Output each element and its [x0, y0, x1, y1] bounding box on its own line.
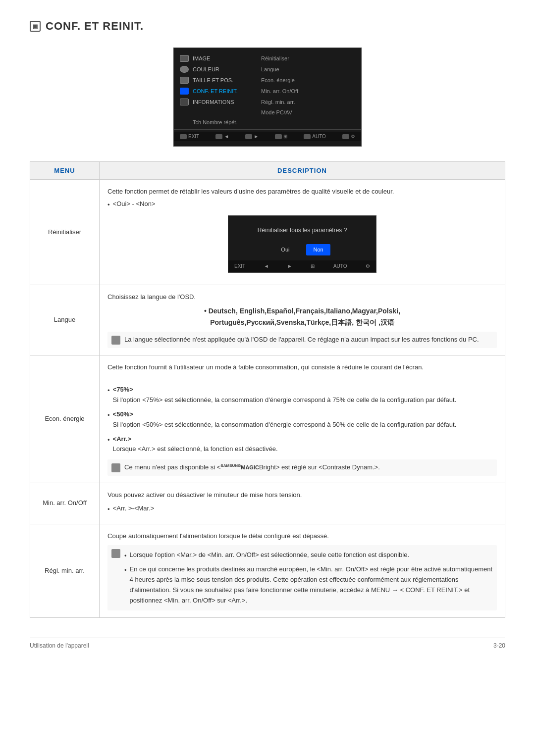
- langue-note-text: La langue sélectionnée n'est appliquée q…: [124, 335, 479, 345]
- osd-row-image: IMAGE Réinitialiser: [174, 53, 361, 64]
- osd-label-taille: TAILLE ET POS.: [193, 77, 257, 83]
- desc-cell-reinitialiser: Cette fonction permet de rétablir les va…: [100, 180, 505, 285]
- image-icon: [180, 55, 189, 62]
- regl-note-row-1: • Lorsque l'option <Mar.> de <Min. arr. …: [107, 545, 497, 610]
- main-table: MENU DESCRIPTION Réinitialiser Cette fon…: [30, 161, 505, 618]
- note-icon-regl: [111, 549, 120, 558]
- bullet-icon-1: •: [107, 200, 110, 210]
- reinit-option-oui-non: • <Oui> - <Non>: [107, 199, 497, 210]
- econ-option-75: • <75%> Si l'option <75%> est sélectionn…: [107, 385, 497, 405]
- dialog-screenshot: Réinitialiser tous les paramètres ? Oui …: [107, 215, 497, 273]
- econ-note-row: Ce menu n'est pas disponible si <SAMSUNG…: [107, 459, 497, 476]
- table-row-reinitialiser: Réinitialiser Cette fonction permet de r…: [30, 180, 505, 285]
- osd-label-couleur: COULEUR: [193, 66, 257, 72]
- regl-intro: Coupe automatiquement l'alimentation lor…: [107, 531, 497, 542]
- bullet-regl-1: •: [124, 551, 127, 561]
- dialog-bottom-bar: EXIT ◄ ► ⊞ AUTO ⚙: [228, 260, 376, 272]
- footer-left: Utilisation de l'appareil: [30, 642, 89, 649]
- econ-75-label: <75%>: [113, 386, 133, 393]
- osd-label-conf: CONF. ET REINIT.: [193, 88, 257, 94]
- langue-intro: Choisissez la langue de l'OSD.: [107, 292, 497, 302]
- taille-icon: [180, 77, 189, 84]
- bullet-icon-minarr: •: [107, 504, 110, 515]
- table-row-regl-minarr: Régl. min. arr. Coupe automatiquement l'…: [30, 524, 505, 618]
- exit-icon: [180, 134, 187, 139]
- note-icon-econ: [111, 463, 120, 472]
- desc-cell-minarr-onoff: Vous pouvez activer ou désactiver le min…: [100, 483, 505, 524]
- footer-right: 3-20: [493, 642, 505, 649]
- menu-cell-reinitialiser: Réinitialiser: [30, 180, 100, 285]
- desc-cell-langue: Choisissez la langue de l'OSD. • Deutsch…: [100, 285, 505, 355]
- page-title-container: ▣ CONF. ET REINIT.: [30, 20, 505, 33]
- osd-right-options: Réinitialiser: [261, 55, 355, 61]
- table-row-econ-energie: Econ. énergie Cette fonction fournit à l…: [30, 355, 505, 483]
- settings-icon: [342, 134, 349, 139]
- info-icon: [180, 99, 189, 105]
- magic-brand: SAMSUNGMAGIC: [220, 464, 259, 470]
- osd-row-conf: CONF. ET REINIT. Min. arr. On/Off: [174, 86, 361, 97]
- minarr-onoff-intro: Vous pouvez activer ou désactiver le min…: [107, 490, 497, 501]
- econ-50-detail: Si l'option <50%> est sélectionnée, la c…: [113, 421, 457, 428]
- osd-option-regl: Régl. min. arr.: [261, 99, 355, 105]
- desc-cell-econ: Cette fonction fournit à l'utilisateur u…: [100, 355, 505, 483]
- regl-note-1-text: Lorsque l'option <Mar.> de <Min. arr. On…: [130, 550, 409, 560]
- osd-row-couleur: COULEUR Langue: [174, 64, 361, 75]
- confirm-icon: [275, 134, 282, 139]
- couleur-icon: [180, 66, 189, 73]
- minarr-option-text: <Arr. >-<Mar.>: [113, 504, 155, 514]
- bullet-icon-75: •: [107, 386, 110, 396]
- osd-menu-panel: IMAGE Réinitialiser COULEUR Langue TAILL…: [173, 48, 362, 147]
- menu-cell-econ: Econ. énergie: [30, 355, 100, 483]
- osd-option-minarr: Min. arr. On/Off: [261, 88, 355, 94]
- econ-note-text: Ce menu n'est pas disponible si <SAMSUNG…: [124, 462, 380, 473]
- osd-label-image: IMAGE: [193, 55, 257, 61]
- osd-option-tch: Tch Nombre répét.: [193, 119, 355, 125]
- dialog-btn-confirm: ⊞: [311, 262, 315, 270]
- langue-note-row: La langue sélectionnée n'est appliquée q…: [107, 332, 497, 348]
- osd-btn-settings: ⚙: [342, 134, 355, 139]
- bullet-icon-arr: •: [107, 435, 110, 446]
- right-icon: [245, 134, 252, 139]
- minarr-option: • <Arr. >-<Mar.>: [107, 504, 497, 515]
- dialog-btn-gear: ⚙: [366, 262, 370, 270]
- econ-option-50: • <50%> Si l'option <50%> est sélectionn…: [107, 409, 497, 430]
- osd-btn-auto: AUTO: [304, 134, 326, 139]
- reinit-option-text: <Oui> - <Non>: [113, 199, 156, 209]
- dialog-exit: EXIT: [234, 262, 245, 270]
- osd-bottom-bar: EXIT ◄ ► ⊞ AUTO ⚙: [174, 132, 361, 141]
- econ-75-content: <75%> Si l'option <75%> est sélectionnée…: [113, 385, 457, 405]
- col-header-menu: MENU: [30, 162, 100, 180]
- desc-cell-regl-minarr: Coupe automatiquement l'alimentation lor…: [100, 524, 505, 618]
- econ-50-content: <50%> Si l'option <50%> est sélectionnée…: [113, 409, 457, 430]
- osd-btn-right: ►: [245, 134, 259, 139]
- table-row-langue: Langue Choisissez la langue de l'OSD. • …: [30, 285, 505, 355]
- menu-cell-minarr-onoff: Min. arr. On/Off: [30, 483, 100, 524]
- osd-label-info: INFORMATIONS: [193, 99, 257, 105]
- col-header-desc: DESCRIPTION: [100, 162, 505, 180]
- regl-notes-container: • Lorsque l'option <Mar.> de <Min. arr. …: [124, 548, 493, 607]
- osd-row-extra1: Mode PC/AV: [174, 107, 361, 117]
- menu-cell-regl-minarr: Régl. min. arr.: [30, 524, 100, 618]
- auto-icon: [304, 134, 311, 139]
- note-icon-langue: [111, 336, 120, 345]
- reinit-desc-intro: Cette fonction permet de rétablir les va…: [107, 187, 497, 197]
- econ-option-arr: • <Arr.> Lorsque <Arr.> est sélectionné,…: [107, 434, 497, 455]
- osd-dialog-panel: Réinitialiser tous les paramètres ? Oui …: [228, 215, 376, 273]
- left-icon: [215, 134, 222, 139]
- osd-row-taille: TAILLE ET POS. Econ. énergie: [174, 75, 361, 86]
- page-title: CONF. ET REINIT.: [46, 20, 144, 33]
- osd-screenshot: IMAGE Réinitialiser COULEUR Langue TAILL…: [30, 48, 505, 147]
- econ-75-detail: Si l'option <75%> est sélectionnée, la c…: [113, 396, 457, 403]
- dialog-btn-oui: Oui: [274, 244, 296, 256]
- menu-cell-langue: Langue: [30, 285, 100, 355]
- osd-divider: [174, 129, 361, 130]
- osd-btn-left: ◄: [215, 134, 229, 139]
- econ-50-label: <50%>: [113, 410, 133, 418]
- osd-row-info: INFORMATIONS Régl. min. arr.: [174, 97, 361, 107]
- conf-reinit-icon: ▣: [30, 21, 41, 32]
- econ-arr-detail: Lorsque <Arr.> est sélectionné, la fonct…: [113, 445, 278, 453]
- dialog-btn-non: Non: [306, 244, 330, 256]
- osd-option-modepcav: Mode PC/AV: [261, 109, 355, 115]
- regl-note-1: • Lorsque l'option <Mar.> de <Min. arr. …: [124, 550, 493, 561]
- dialog-buttons: Oui Non: [228, 240, 376, 261]
